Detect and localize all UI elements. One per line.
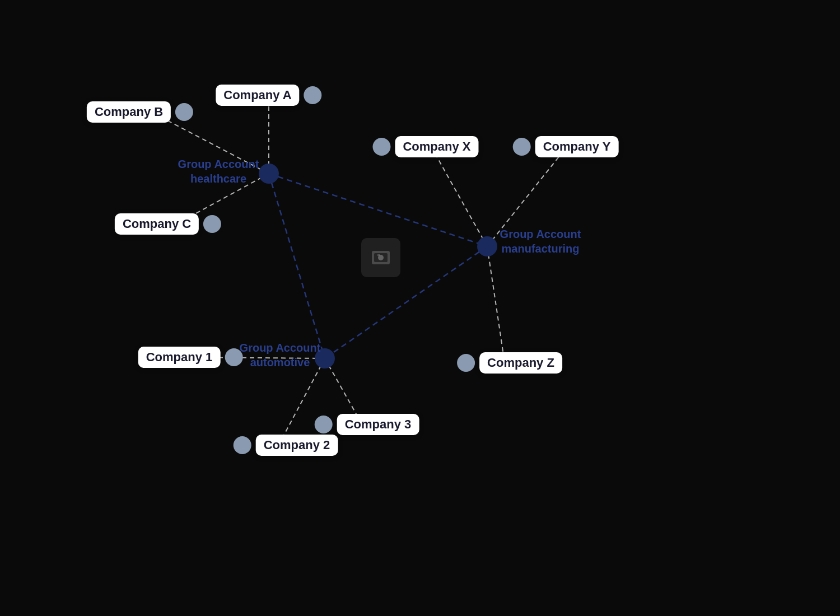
- company-a-label: Company A: [216, 85, 299, 106]
- hub-manufacturing-circle: [477, 236, 497, 256]
- company-2-label: Company 2: [256, 435, 338, 456]
- company-2-node[interactable]: Company 2: [234, 435, 338, 456]
- company-b-circle: [175, 103, 193, 121]
- company-a-circle: [304, 86, 322, 104]
- hub-automotive-label: Group Account automotive: [235, 340, 325, 370]
- svg-line-9: [269, 174, 487, 246]
- company-3-circle: [315, 416, 333, 433]
- company-z-label: Company Z: [479, 352, 562, 374]
- company-y-circle: [513, 138, 531, 156]
- company-x-node[interactable]: Company X: [372, 136, 478, 157]
- hub-healthcare-circle: [259, 164, 279, 184]
- company-y-label: Company Y: [535, 136, 619, 157]
- hub-manufacturing[interactable]: [477, 236, 497, 256]
- company-3-node[interactable]: Company 3: [315, 414, 419, 435]
- svg-rect-15: [377, 254, 380, 256]
- center-icon-node: [361, 238, 400, 277]
- company-c-circle: [203, 215, 221, 233]
- svg-line-10: [269, 174, 325, 358]
- svg-line-11: [325, 246, 487, 358]
- company-c-label: Company C: [115, 213, 199, 235]
- svg-line-4: [487, 148, 566, 246]
- network-graph: Group Account healthcare Group Account a…: [0, 0, 840, 616]
- company-y-node[interactable]: Company Y: [513, 136, 619, 157]
- company-c-node[interactable]: Company C: [115, 213, 221, 235]
- connection-lines: [0, 0, 840, 616]
- svg-line-5: [487, 246, 504, 358]
- company-a-node[interactable]: Company A: [216, 85, 321, 106]
- company-b-label: Company B: [87, 101, 171, 123]
- hub-manufacturing-label: Group Account manufacturing: [493, 227, 588, 256]
- company-3-label: Company 3: [337, 414, 419, 435]
- company-1-label: Company 1: [138, 347, 221, 368]
- company-x-label: Company X: [395, 136, 478, 157]
- company-2-circle: [234, 436, 251, 454]
- company-1-circle: [225, 348, 242, 366]
- hub-healthcare-label: Group Account healthcare: [174, 157, 263, 186]
- company-b-node[interactable]: Company B: [87, 101, 193, 123]
- company-x-circle: [372, 138, 390, 156]
- hub-healthcare[interactable]: [259, 164, 279, 184]
- hub-automotive-circle: [315, 348, 335, 368]
- hub-automotive[interactable]: [315, 348, 335, 368]
- svg-line-3: [431, 147, 487, 246]
- company-1-node[interactable]: Company 1: [138, 347, 243, 368]
- company-z-circle: [457, 354, 475, 372]
- company-z-node[interactable]: Company Z: [457, 352, 562, 374]
